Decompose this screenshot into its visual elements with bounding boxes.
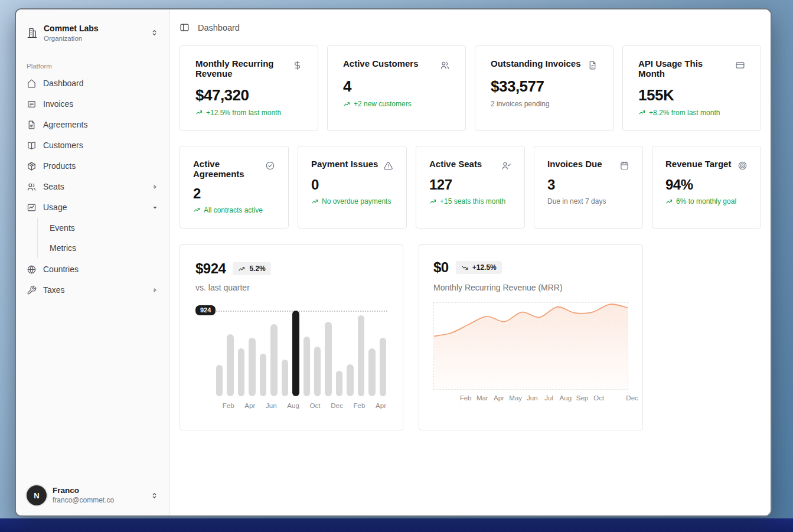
target-icon bbox=[737, 161, 748, 171]
stat-card-payment-issues: Payment Issues 0No overdue payments bbox=[298, 146, 407, 229]
stat-value: 0 bbox=[311, 177, 393, 193]
stat-trend: +2 new customers bbox=[343, 100, 450, 108]
bar bbox=[260, 354, 266, 396]
stat-title: Revenue Target bbox=[665, 159, 731, 171]
sidebar-item-label: Seats bbox=[43, 182, 145, 191]
chevron-right-icon bbox=[151, 286, 159, 294]
bar bbox=[249, 338, 255, 396]
bar bbox=[227, 334, 233, 396]
sidebar-item-agreements[interactable]: Agreements bbox=[22, 115, 164, 135]
bar bbox=[380, 338, 386, 396]
line-chart-x-axis: FebMarAprMayJunJulAugSepOctDec bbox=[433, 394, 628, 406]
stat-card-api-usage-this-month: API Usage This Month 155K+8.2% from last… bbox=[622, 45, 761, 131]
sidebar-item-metrics[interactable]: Metrics bbox=[38, 238, 164, 258]
stat-card-active-agreements: Active Agreements 2All contracts active bbox=[180, 146, 289, 229]
package-icon bbox=[27, 161, 37, 171]
trending-up-icon bbox=[665, 198, 673, 205]
file-text-icon bbox=[588, 60, 598, 70]
bar bbox=[270, 324, 277, 396]
stat-title: Invoices Due bbox=[547, 159, 602, 171]
line-chart-value: $0 bbox=[433, 259, 449, 276]
sidebar-item-label: Invoices bbox=[43, 99, 159, 109]
bar bbox=[282, 360, 288, 396]
chevron-right-icon bbox=[151, 183, 159, 191]
stat-value: 2 bbox=[193, 185, 275, 202]
sidebar-item-countries[interactable]: Countries bbox=[22, 259, 164, 280]
stat-card-outstanding-invoices: Outstanding Invoices $33,5772 invoices p… bbox=[475, 45, 613, 131]
users-icon bbox=[27, 182, 37, 192]
sidebar-item-label: Metrics bbox=[50, 243, 159, 253]
sidebar-item-events[interactable]: Events bbox=[38, 218, 164, 238]
sidebar-item-label: Agreements bbox=[43, 120, 159, 129]
stat-cards-row-2: Active Agreements 2All contracts active … bbox=[180, 146, 761, 229]
trending-down-icon bbox=[461, 264, 469, 272]
stat-title: Active Customers bbox=[343, 59, 419, 70]
page-title: Dashboard bbox=[198, 23, 240, 32]
quarterly-bar-chart-card: $924 5.2% vs. last quarter 924 FebAprJun… bbox=[180, 244, 403, 430]
trending-up-icon bbox=[193, 206, 201, 214]
bar bbox=[347, 364, 353, 396]
sidebar-item-products[interactable]: Products bbox=[22, 156, 164, 177]
dollar-icon bbox=[292, 60, 302, 70]
trending-up-icon bbox=[429, 198, 437, 205]
stat-title: Outstanding Invoices bbox=[491, 59, 581, 70]
bar-chart-subtitle: vs. last quarter bbox=[195, 283, 387, 292]
sidebar-item-label: Countries bbox=[43, 265, 159, 274]
file-text-icon bbox=[27, 120, 37, 130]
stat-title: Active Seats bbox=[429, 159, 482, 171]
sidebar-section-label: Platform bbox=[16, 50, 169, 73]
sidebar: Commet Labs Organization Platform Dashbo… bbox=[16, 9, 170, 515]
trending-up-icon bbox=[638, 109, 646, 116]
sidebar-item-label: Taxes bbox=[43, 285, 145, 295]
line-chart-title: Monthly Recurring Revenue (MRR) bbox=[433, 283, 628, 292]
org-type: Organization bbox=[44, 34, 144, 43]
sidebar-item-label: Events bbox=[50, 223, 159, 233]
bar-highlighted bbox=[292, 311, 299, 396]
alert-triangle-icon bbox=[383, 161, 393, 171]
stat-card-invoices-due: Invoices Due 3Due in next 7 days bbox=[534, 146, 643, 229]
stat-card-active-customers: Active Customers 4+2 new customers bbox=[327, 45, 466, 131]
stat-value: $33,577 bbox=[491, 77, 598, 96]
user-menu[interactable]: N Franco franco@commet.co bbox=[22, 481, 164, 510]
sidebar-item-invoices[interactable]: Invoices bbox=[22, 94, 164, 115]
sidebar-nav: DashboardInvoicesAgreementsCustomersProd… bbox=[16, 73, 169, 301]
bar bbox=[304, 337, 310, 396]
chevron-down-icon bbox=[151, 204, 159, 211]
bar bbox=[368, 348, 375, 396]
chevrons-up-down-icon bbox=[150, 28, 159, 37]
sidebar-toggle-icon[interactable] bbox=[180, 22, 190, 32]
app-window: Commet Labs Organization Platform Dashbo… bbox=[15, 8, 772, 517]
bar-chart-trend-badge: 5.2% bbox=[233, 262, 270, 275]
user-name: Franco bbox=[53, 485, 144, 496]
sidebar-item-usage[interactable]: Usage bbox=[22, 197, 164, 218]
bar bbox=[336, 371, 342, 396]
bar-chart-x-axis: FebAprJunAugOctDecFebApr bbox=[216, 402, 386, 409]
sidebar-item-dashboard[interactable]: Dashboard bbox=[22, 73, 164, 94]
stat-title: Payment Issues bbox=[311, 159, 378, 171]
globe-icon bbox=[27, 265, 37, 275]
sidebar-item-label: Usage bbox=[43, 203, 145, 212]
stat-value: 155K bbox=[638, 86, 745, 105]
stat-trend: +8.2% from last month bbox=[638, 109, 745, 117]
trending-up-icon bbox=[311, 198, 319, 205]
bar bbox=[216, 365, 223, 396]
trending-up-icon bbox=[343, 100, 351, 108]
reference-value-pill: 924 bbox=[195, 305, 216, 315]
stat-subtext: 2 invoices pending bbox=[491, 100, 598, 108]
stat-value: 4 bbox=[343, 77, 450, 96]
home-icon bbox=[27, 79, 37, 89]
stat-title: Active Agreements bbox=[193, 159, 260, 179]
stat-trend: +15 seats this month bbox=[429, 197, 511, 205]
stat-card-monthly-recurring-revenue: Monthly Recurring Revenue $47,320+12.5% … bbox=[180, 45, 318, 131]
calendar-icon bbox=[619, 161, 629, 171]
sidebar-item-label: Products bbox=[43, 161, 159, 171]
book-open-icon bbox=[27, 141, 37, 151]
mrr-line-chart-card: $0 +12.5% Monthly Recurring Revenue (MRR… bbox=[419, 244, 643, 430]
sidebar-item-label: Dashboard bbox=[43, 79, 159, 88]
sidebar-item-customers[interactable]: Customers bbox=[22, 135, 164, 156]
sidebar-item-taxes[interactable]: Taxes bbox=[22, 280, 164, 301]
stat-trend: No overdue payments bbox=[311, 197, 393, 205]
org-switcher[interactable]: Commet Labs Organization bbox=[22, 19, 164, 47]
sidebar-item-seats[interactable]: Seats bbox=[22, 177, 164, 197]
stat-value: 94% bbox=[665, 177, 748, 193]
